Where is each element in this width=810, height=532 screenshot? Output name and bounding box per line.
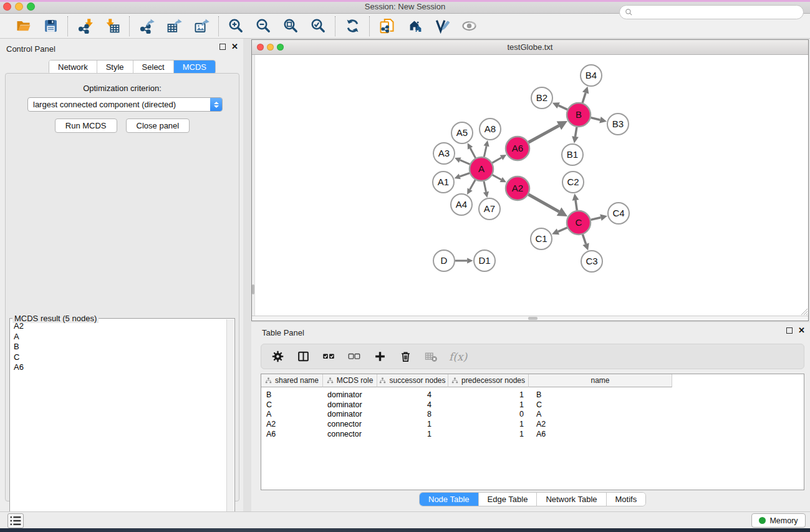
- table-row-A6[interactable]: A6connector11A6: [261, 429, 672, 439]
- network-horizontal-scrollbar[interactable]: [252, 316, 808, 321]
- save-session-button[interactable]: [40, 16, 61, 36]
- network-window-titlebar[interactable]: testGlobe.txt: [252, 40, 808, 55]
- float-table-panel-icon[interactable]: [786, 327, 793, 334]
- export-network-button[interactable]: [136, 16, 157, 36]
- home-icon: [407, 18, 422, 34]
- criterion-value: largest connected component (directed): [28, 100, 210, 109]
- run-mcds-button[interactable]: Run MCDS: [55, 118, 117, 133]
- graph-node-B4[interactable]: B4: [581, 65, 602, 86]
- column-header-name[interactable]: name: [529, 374, 672, 387]
- mcds-list-scrollbar[interactable]: [226, 319, 234, 531]
- graph-node-A8[interactable]: A8: [480, 118, 501, 140]
- settings-button[interactable]: [270, 349, 285, 364]
- graph-node-C2[interactable]: C2: [562, 172, 584, 193]
- export-image-button[interactable]: [191, 16, 212, 36]
- delete-table-button[interactable]: [423, 349, 438, 364]
- table-header-row: shared nameMCDS rolesuccessor nodesprede…: [261, 374, 672, 387]
- cell-name: A2: [529, 419, 672, 429]
- delete-row-icon: [399, 350, 412, 363]
- column-header-shared-name[interactable]: shared name: [261, 374, 323, 387]
- search-input[interactable]: [636, 8, 798, 17]
- graph-node-A2[interactable]: A2: [506, 177, 529, 200]
- mcds-result-item[interactable]: A6: [11, 362, 226, 373]
- zoom-in-button[interactable]: [225, 16, 246, 36]
- mcds-result-item[interactable]: A2: [11, 321, 226, 332]
- cell-successor-nodes: 4: [377, 400, 448, 410]
- graph-node-D[interactable]: D: [433, 250, 455, 271]
- table-row-A[interactable]: Adominator80A: [261, 409, 672, 419]
- graph-node-A[interactable]: A: [470, 157, 493, 181]
- graph-node-A5[interactable]: A5: [451, 122, 473, 143]
- close-panel-icon[interactable]: ✕: [231, 44, 238, 50]
- level-of-detail-button[interactable]: [431, 16, 452, 36]
- graph-node-D1[interactable]: D1: [474, 250, 495, 271]
- import-table-button[interactable]: [102, 16, 123, 36]
- graph-node-C4[interactable]: C4: [608, 203, 629, 224]
- tab-motifs[interactable]: Motifs: [607, 493, 646, 506]
- column-header-predecessor-nodes[interactable]: predecessor nodes: [448, 374, 529, 387]
- graph-node-A6[interactable]: A6: [506, 137, 529, 160]
- zoom-out-button[interactable]: [253, 16, 274, 36]
- refresh-layout-button[interactable]: [342, 16, 363, 36]
- network-canvas[interactable]: B4B2BB3A5A8A6A3B1AA1C2A2A4A7C4CC1C3DD1: [252, 55, 808, 316]
- show-columns-button[interactable]: [296, 349, 311, 364]
- show-panels-button[interactable]: [7, 513, 24, 528]
- svg-text:D: D: [441, 255, 448, 266]
- close-panel-button[interactable]: Close panel: [126, 118, 190, 133]
- import-network-button[interactable]: [74, 16, 95, 36]
- graph-node-A4[interactable]: A4: [451, 194, 472, 215]
- tab-network[interactable]: Network: [49, 60, 97, 74]
- graph-node-B2[interactable]: B2: [531, 87, 552, 109]
- clone-network-button[interactable]: [376, 16, 397, 36]
- sitemap-icon: [327, 377, 334, 384]
- tab-select[interactable]: Select: [133, 60, 174, 74]
- delete-row-button[interactable]: [398, 349, 413, 364]
- tab-edge-table[interactable]: Edge Table: [479, 493, 538, 506]
- graph-node-A1[interactable]: A1: [433, 172, 454, 193]
- graph-node-B3[interactable]: B3: [607, 114, 629, 135]
- graph-node-B[interactable]: B: [567, 103, 591, 127]
- tab-style[interactable]: Style: [97, 60, 133, 74]
- zoom-fit-button[interactable]: [280, 16, 301, 36]
- add-row-button[interactable]: [372, 349, 387, 364]
- memory-button[interactable]: Memory: [751, 513, 806, 528]
- tab-node-table[interactable]: Node Table: [420, 493, 479, 506]
- zoom-selected-button[interactable]: [307, 16, 329, 36]
- criterion-dropdown[interactable]: largest connected component (directed): [27, 97, 223, 112]
- cell-name: C: [529, 400, 672, 410]
- tab-network-table[interactable]: Network Table: [537, 493, 606, 506]
- home-button[interactable]: [403, 16, 425, 36]
- open-session-button[interactable]: [12, 16, 34, 36]
- graph-node-A7[interactable]: A7: [479, 198, 500, 220]
- graph-node-C1[interactable]: C1: [531, 228, 552, 249]
- mcds-result-item[interactable]: B: [11, 342, 226, 352]
- table-row-C[interactable]: Cdominator41C: [261, 400, 672, 410]
- graph-node-C3[interactable]: C3: [581, 251, 602, 272]
- export-table-button[interactable]: [163, 16, 185, 36]
- show-hide-button[interactable]: [458, 16, 480, 36]
- column-header-successor-nodes[interactable]: successor nodes: [377, 374, 448, 387]
- deselect-all-button[interactable]: [347, 349, 362, 364]
- graph-node-C[interactable]: C: [567, 211, 591, 235]
- panel-divider[interactable]: [243, 39, 251, 511]
- graph-node-A3[interactable]: A3: [433, 143, 455, 164]
- network-vertical-scrollbar[interactable]: [252, 55, 255, 316]
- svg-text:A4: A4: [456, 199, 467, 210]
- tab-mcds[interactable]: MCDS: [174, 60, 215, 74]
- table-row-A2[interactable]: A2connector11A2: [261, 419, 672, 429]
- edge-A-A4: [470, 180, 476, 189]
- close-table-panel-icon[interactable]: ✕: [798, 327, 805, 334]
- window-resize-grip-icon[interactable]: [799, 307, 808, 315]
- cell-MCDS-role: dominator: [323, 390, 377, 400]
- select-all-button[interactable]: [321, 349, 336, 364]
- add-row-icon: [374, 350, 387, 363]
- mcds-result-item[interactable]: A: [11, 332, 226, 342]
- table-row-B[interactable]: Bdominator41B: [261, 390, 672, 400]
- cell-successor-nodes: 4: [377, 390, 448, 400]
- graph-node-B1[interactable]: B1: [562, 144, 583, 165]
- float-panel-icon[interactable]: [219, 44, 226, 50]
- search-box[interactable]: [619, 5, 804, 19]
- function-builder-button[interactable]: f(x): [449, 351, 467, 363]
- mcds-result-item[interactable]: C: [11, 352, 226, 363]
- column-header-MCDS-role[interactable]: MCDS role: [323, 374, 377, 387]
